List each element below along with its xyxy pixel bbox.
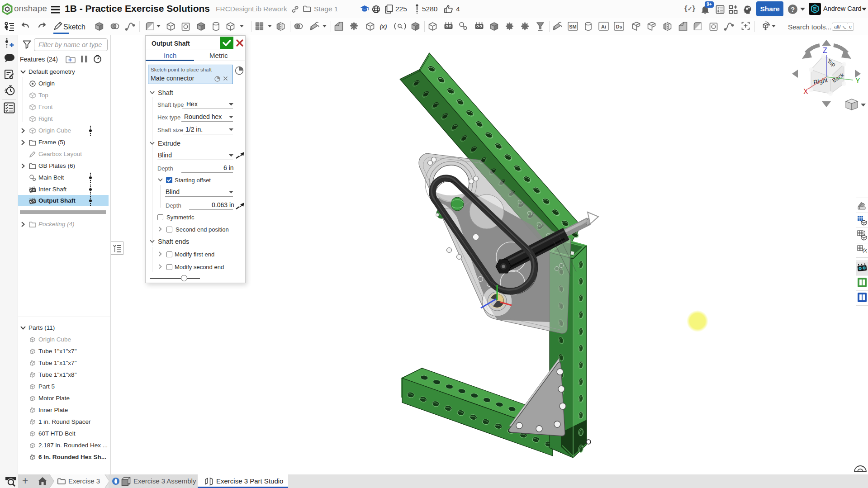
svg-text:(x): (x): [863, 247, 867, 253]
svg-text:X: X: [803, 88, 808, 95]
svg-text:(x): (x): [380, 23, 387, 30]
svg-text:Z: Z: [823, 47, 827, 54]
svg-text:Y: Y: [855, 77, 860, 85]
svg-text:Ai: Ai: [601, 24, 606, 29]
svg-text:SM: SM: [569, 24, 577, 29]
svg-text:Ds: Ds: [616, 24, 622, 29]
